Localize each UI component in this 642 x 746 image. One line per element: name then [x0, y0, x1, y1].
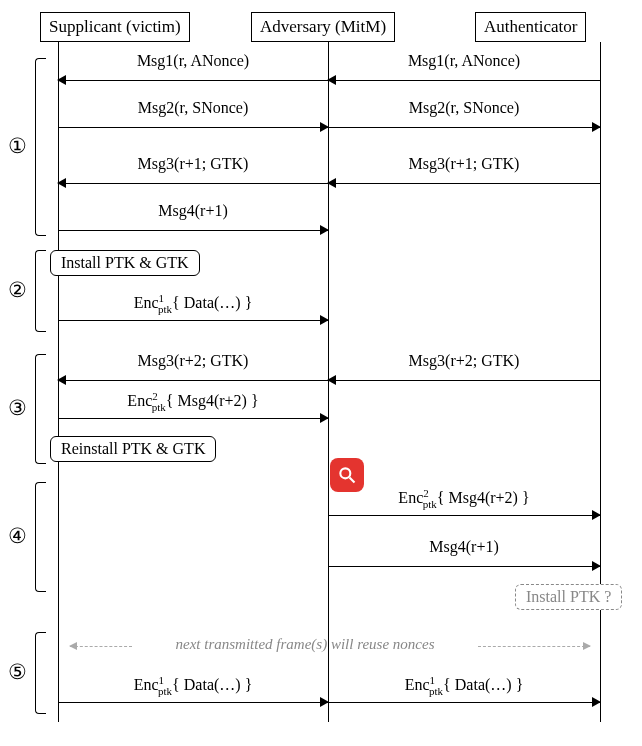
- participant-adversary: Adversary (MitM): [251, 12, 395, 42]
- step-2: ②: [8, 278, 27, 303]
- note-install-ptk-q: Install PTK ?: [515, 584, 622, 610]
- msg2-right: Msg2(r, SNonce): [328, 119, 600, 139]
- msg4b-label: Msg4(r+1): [328, 538, 600, 556]
- msg2-left-label: Msg2(r, SNonce): [58, 99, 328, 117]
- step-3: ③: [8, 396, 27, 421]
- step-1: ①: [8, 134, 27, 159]
- enc1-data-final-left: Enc1ptk{ Data(…) }: [58, 694, 328, 714]
- enc1-data-final-right-label: Enc1ptk{ Data(…) }: [328, 674, 600, 697]
- svg-point-0: [340, 468, 350, 478]
- msg3b-left: Msg3(r+2; GTK): [58, 372, 328, 392]
- msg3b-right: Msg3(r+2; GTK): [328, 372, 600, 392]
- msg3b-right-label: Msg3(r+2; GTK): [328, 352, 600, 370]
- step-5: ⑤: [8, 660, 27, 685]
- msg1-right: Msg1(r, ANonce): [328, 72, 600, 92]
- msg4b: Msg4(r+1): [328, 558, 600, 578]
- bracket-5: [35, 632, 46, 714]
- msg3a-right: Msg3(r+1; GTK): [328, 175, 600, 195]
- msg1-left-label: Msg1(r, ANonce): [58, 52, 328, 70]
- msg2-left: Msg2(r, SNonce): [58, 119, 328, 139]
- participant-supplicant: Supplicant (victim): [40, 12, 190, 42]
- note-reinstall-ptk-gtk: Reinstall PTK & GTK: [50, 436, 216, 462]
- step-4: ④: [8, 524, 27, 549]
- annot-dash-left: [70, 646, 132, 647]
- msg3a-left: Msg3(r+1; GTK): [58, 175, 328, 195]
- note-install-ptk-gtk: Install PTK & GTK: [50, 250, 200, 276]
- msg2-right-label: Msg2(r, SNonce): [328, 99, 600, 117]
- bracket-4: [35, 482, 46, 592]
- msg1-left: Msg1(r, ANonce): [58, 72, 328, 92]
- lifeline-authenticator: [600, 42, 601, 722]
- bracket-3: [35, 354, 46, 464]
- bracket-1: [35, 58, 46, 236]
- enc2-msg4-left-label: Enc2ptk{ Msg4(r+2) }: [58, 390, 328, 413]
- enc1-data-label: Enc1ptk{ Data(…) }: [58, 292, 328, 315]
- svg-line-1: [350, 478, 355, 483]
- enc1-data: Enc1ptk{ Data(…) }: [58, 312, 328, 332]
- enc1-data-final-left-label: Enc1ptk{ Data(…) }: [58, 674, 328, 697]
- msg4a-label: Msg4(r+1): [58, 202, 328, 220]
- msg3b-left-label: Msg3(r+2; GTK): [58, 352, 328, 370]
- msg3a-right-label: Msg3(r+1; GTK): [328, 155, 600, 173]
- msg3a-left-label: Msg3(r+1; GTK): [58, 155, 328, 173]
- annotation-reuse: next transmitted frame(s) will reuse non…: [135, 636, 475, 653]
- bracket-2: [35, 250, 46, 332]
- enc1-data-final-right: Enc1ptk{ Data(…) }: [328, 694, 600, 714]
- sequence-diagram: Supplicant (victim) Adversary (MitM) Aut…: [10, 10, 630, 736]
- participant-authenticator: Authenticator: [475, 12, 586, 42]
- enc2-msg4-right: Enc2ptk{ Msg4(r+2) }: [328, 507, 600, 527]
- enc2-msg4-right-label: Enc2ptk{ Msg4(r+2) }: [328, 487, 600, 510]
- msg4a: Msg4(r+1): [58, 222, 328, 242]
- msg1-right-label: Msg1(r, ANonce): [328, 52, 600, 70]
- enc2-msg4-left: Enc2ptk{ Msg4(r+2) }: [58, 410, 328, 430]
- annot-dash-right: [478, 646, 590, 647]
